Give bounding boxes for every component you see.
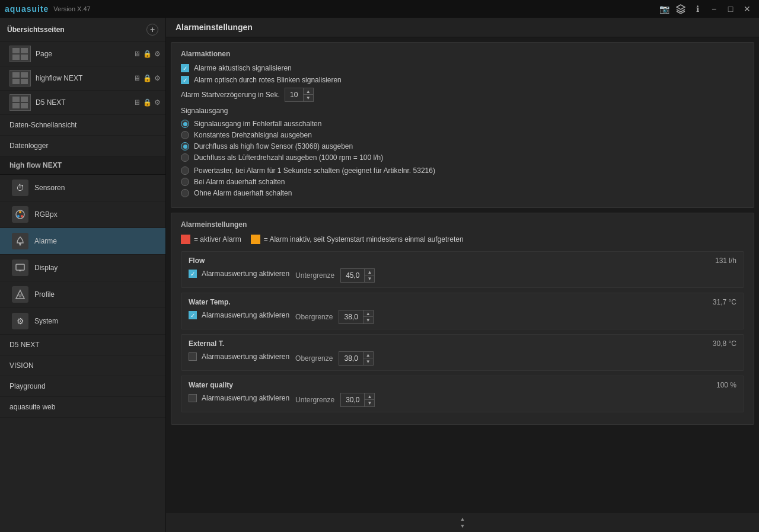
radio-label-p2: Ohne Alarm dauerhaft schalten: [194, 189, 292, 197]
cb-label-water-quality: Alarmauswertung aktivieren: [202, 394, 289, 402]
spinner-start-delay[interactable]: 10 ▲ ▼: [285, 88, 314, 102]
layers-icon[interactable]: [674, 2, 688, 16]
spinner-water-temp-up[interactable]: ▲: [363, 310, 373, 317]
checkbox-akustisch[interactable]: [181, 64, 189, 72]
sidebar-item-playground[interactable]: Playground: [0, 376, 165, 397]
scroll-up-btn[interactable]: ▲: [458, 515, 467, 523]
sidebar-item-alarme[interactable]: Alarme: [0, 228, 165, 255]
signal-output-label: Signalausgang: [181, 107, 228, 115]
minimize-button[interactable]: −: [707, 2, 721, 16]
radio-label-2: Durchfluss als high flow Sensor (53068) …: [194, 142, 353, 150]
radio-signal-2[interactable]: [181, 142, 189, 150]
page-label-d5next: D5 NEXT: [36, 98, 129, 107]
spinner-water-quality-limit[interactable]: 30,0 ▲ ▼: [340, 393, 375, 407]
sidebar-item-vision[interactable]: VISION: [0, 355, 165, 376]
checkbox-external-t[interactable]: [189, 352, 197, 361]
maximize-button[interactable]: □: [723, 2, 738, 16]
rgbpx-icon: [12, 206, 28, 223]
add-page-button[interactable]: +: [146, 24, 158, 36]
checkbox-flow[interactable]: [189, 270, 197, 278]
settings-icon-3[interactable]: ⚙: [154, 98, 161, 107]
svg-point-5: [20, 244, 21, 246]
spinner-external-t-up[interactable]: ▲: [363, 352, 373, 358]
radio-power-0[interactable]: [181, 166, 189, 175]
scroll-arrows: ▲ ▼: [166, 513, 759, 532]
radio-power-1[interactable]: [181, 178, 189, 186]
alarme-icon: [12, 233, 28, 249]
alarm-value-water-temp: 31,7 °C: [713, 298, 736, 306]
legend-text-red: = aktiver Alarm: [194, 235, 241, 243]
page-label-highflow: highflow NEXT: [36, 74, 129, 82]
sidebar-item-system[interactable]: ⚙ System: [0, 308, 165, 335]
radio-signal-1[interactable]: [181, 131, 189, 139]
info-icon[interactable]: ℹ: [690, 2, 704, 16]
legend-text-orange: = Alarm inaktiv, seit Systemstart mindes…: [264, 235, 464, 243]
spinner-external-t-value: 38,0: [339, 353, 362, 364]
radio-label-3: Duchfluss als Lüfterdrehzahl ausgeben (1…: [194, 153, 383, 162]
radio-signal-3[interactable]: [181, 153, 189, 162]
spinner-flow-down[interactable]: ▼: [365, 275, 374, 282]
spinner-arrows: ▲ ▼: [303, 88, 313, 101]
close-button[interactable]: ✕: [740, 2, 754, 16]
limit-label-external-t: Obergrenze: [295, 354, 333, 363]
spinner-water-quality-up[interactable]: ▲: [365, 393, 374, 400]
settings-icon-2[interactable]: ⚙: [154, 74, 161, 82]
radio-row-3: Duchfluss als Lüfterdrehzahl ausgeben (1…: [181, 153, 744, 162]
radio-group-power: Powertaster, bei Alarm für 1 Sekunde sch…: [181, 166, 744, 197]
settings-icon[interactable]: ⚙: [154, 50, 161, 58]
sidebar-item-d5next[interactable]: D5 NEXT: [0, 335, 165, 355]
sidebar-section-uebersichtsseiten[interactable]: Übersichtsseiten +: [0, 18, 165, 42]
sidebar-item-datenlogger[interactable]: Datenlogger: [0, 136, 165, 156]
sidebar-page-item-d5next[interactable]: D5 NEXT 🖥 🔒 ⚙: [0, 91, 165, 115]
display-label: Display: [34, 264, 58, 272]
sidebar-item-display[interactable]: Display: [0, 255, 165, 281]
sidebar-page-item-page[interactable]: Page 🖥 🔒 ⚙: [0, 42, 165, 66]
radio-signal-0[interactable]: [181, 120, 189, 128]
cb-label-flow: Alarmauswertung aktivieren: [202, 270, 289, 278]
checkbox-water-quality[interactable]: [189, 394, 197, 402]
profile-label: Profile: [34, 290, 55, 299]
spinner-external-t-arrows: ▲ ▼: [363, 352, 373, 365]
content-scroll: Alarmaktionen Alarme aktustisch signalis…: [166, 37, 759, 513]
spinner-water-temp-limit[interactable]: 38,0 ▲ ▼: [339, 310, 373, 324]
sidebar-page-item-highflow[interactable]: highflow NEXT 🖥 🔒 ⚙: [0, 66, 165, 91]
spinner-delay-value: 10: [285, 89, 303, 100]
spinner-flow-limit[interactable]: 45,0 ▲ ▼: [340, 268, 375, 283]
camera-icon[interactable]: 📷: [657, 2, 671, 16]
alarm-row-external-t: External T. 30,8 °C Alarmauswertung akti…: [181, 334, 744, 371]
spinner-flow-value: 45,0: [341, 270, 364, 281]
radio-row-1: Konstantes Drehzahlsignal ausgeben: [181, 131, 744, 139]
spinner-external-t-down[interactable]: ▼: [363, 358, 373, 365]
spinner-up[interactable]: ▲: [304, 88, 313, 95]
title-bar: aquasuite Version X.47 📷 ℹ − □ ✕: [0, 0, 759, 18]
page-label-page: Page: [36, 50, 129, 58]
label-start-delay: Alarm Startverzögerung in Sek.: [181, 91, 280, 99]
rgbpx-label: RGBpx: [34, 210, 58, 219]
alarm-row-water-temp-title: Water Temp. 31,7 °C: [189, 298, 736, 306]
monitor-icon: 🖥: [133, 50, 141, 58]
lock-icon-2: 🔒: [143, 74, 152, 82]
label-akustisch: Alarme aktustisch signalisieren: [194, 64, 292, 72]
radio-label-0: Signalausgang im Fehlerfall ausschalten: [194, 120, 321, 128]
checkbox-optisch[interactable]: [181, 76, 189, 84]
spinner-water-temp-down[interactable]: ▼: [363, 317, 373, 323]
radio-power-2[interactable]: [181, 189, 189, 197]
spinner-flow-up[interactable]: ▲: [365, 269, 374, 275]
checkbox-water-temp[interactable]: [189, 311, 197, 319]
sidebar-item-sensoren[interactable]: ⏱ Sensoren: [0, 175, 165, 201]
sidebar-item-daten-schnellansicht[interactable]: Daten-Schnellansicht: [0, 115, 165, 136]
alarm-row-water-temp-controls: Alarmauswertung aktivieren Obergrenze 38…: [189, 310, 736, 324]
spinner-external-t-limit[interactable]: 38,0 ▲ ▼: [339, 351, 373, 366]
page-actions-d5next: 🖥 🔒 ⚙: [133, 98, 161, 107]
spinner-water-quality-down[interactable]: ▼: [365, 400, 374, 406]
radio-label-p0: Powertaster, bei Alarm für 1 Sekunde sch…: [194, 166, 435, 175]
profile-icon: [12, 286, 28, 303]
card-alarmeinstellungen-title: Alarmeinstellungen: [181, 220, 744, 229]
spinner-down[interactable]: ▼: [304, 95, 313, 101]
legend-dot-red: [181, 235, 190, 244]
sidebar-item-profile[interactable]: Profile: [0, 281, 165, 308]
checkbox-row-external-t: Alarmauswertung aktivieren: [189, 352, 289, 361]
sidebar-item-aquasuite-web[interactable]: aquasuite web: [0, 397, 165, 418]
scroll-down-btn[interactable]: ▼: [458, 523, 467, 530]
sidebar-item-rgbpx[interactable]: RGBpx: [0, 201, 165, 228]
